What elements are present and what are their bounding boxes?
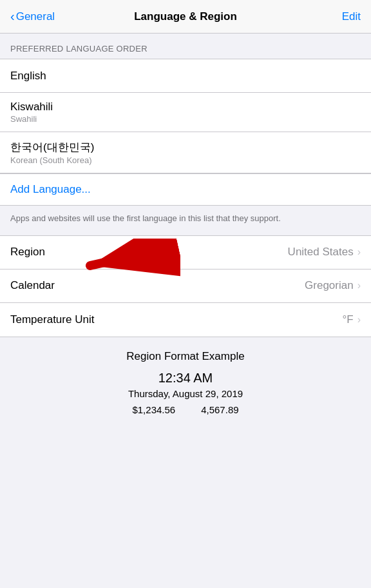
language-name-kiswahili: Kiswahili [10,101,361,113]
language-subtitle-korean: Korean (South Korea) [10,155,361,165]
language-name-korean: 한국어(대한민국) [10,140,361,155]
format-decimal: 4,567.89 [201,404,238,415]
temperature-row[interactable]: Temperature Unit °F › [0,303,371,337]
calendar-chevron-icon: › [357,280,361,291]
calendar-value: Gregorian [305,279,354,292]
region-label: Region [10,246,45,259]
region-chevron-icon: › [357,246,361,258]
calendar-row[interactable]: Calendar Gregorian › [0,270,371,303]
format-currency: $1,234.56 [132,404,175,415]
add-language-label: Add Language... [10,183,91,195]
format-numbers: $1,234.56 4,567.89 [10,404,361,415]
format-date: Thursday, August 29, 2019 [10,388,361,399]
format-example-title: Region Format Example [10,350,361,363]
back-button[interactable]: ‹ General [10,9,55,24]
calendar-right: Gregorian › [305,279,361,292]
temperature-right: °F › [342,313,361,326]
list-item[interactable]: Kiswahili Swahili [0,93,371,132]
format-time: 12:34 AM [10,371,361,386]
edit-button[interactable]: Edit [342,10,361,23]
page-title: Language & Region [134,10,237,23]
info-text-block: Apps and websites will use the first lan… [0,206,371,235]
back-chevron-icon: ‹ [10,9,15,24]
region-settings-section: Region United States › Calendar Gregoria… [0,235,371,337]
temperature-value: °F [342,313,353,326]
region-format-example: Region Format Example 12:34 AM Thursday,… [0,337,371,428]
region-value: United States [288,246,354,259]
navigation-bar: ‹ General Language & Region Edit [0,0,371,34]
section-header-language-order: PREFERRED LANGUAGE ORDER [0,34,371,59]
temperature-chevron-icon: › [357,314,361,326]
back-label: General [16,10,55,23]
list-item[interactable]: English [0,59,371,93]
language-subtitle-kiswahili: Swahili [10,114,361,124]
language-name-english: English [10,70,361,83]
temperature-label: Temperature Unit [10,313,94,326]
calendar-label: Calendar [10,279,55,292]
list-item[interactable]: 한국어(대한민국) Korean (South Korea) [0,132,371,173]
region-row[interactable]: Region United States › [0,236,371,270]
add-language-button[interactable]: Add Language... [0,173,371,206]
language-list: English Kiswahili Swahili 한국어(대한민국) Kore… [0,59,371,173]
info-text: Apps and websites will use the first lan… [10,213,281,223]
region-right: United States › [288,246,361,259]
